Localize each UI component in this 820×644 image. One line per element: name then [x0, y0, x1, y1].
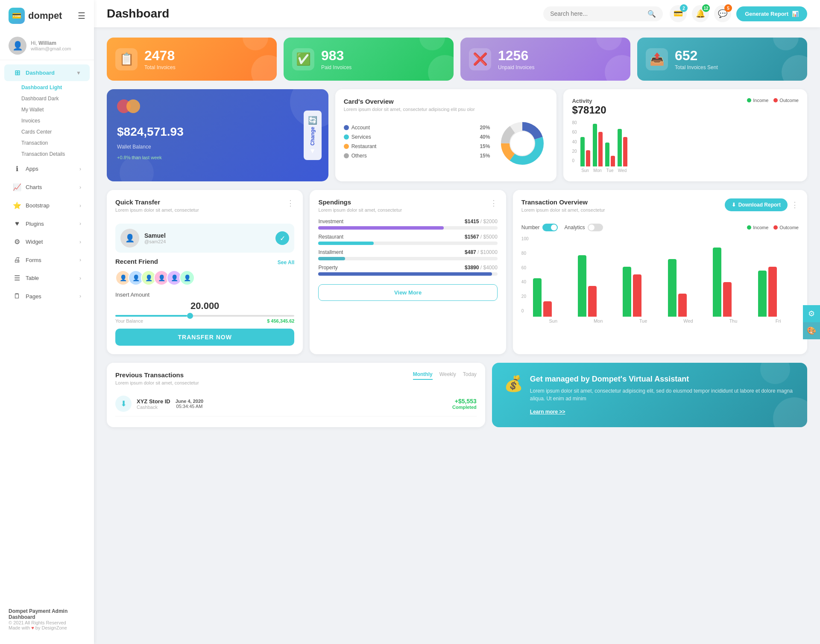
see-all-button[interactable]: See All [278, 259, 295, 265]
unpaid-invoices-num: 1256 [498, 48, 534, 64]
tab-today[interactable]: Today [463, 371, 477, 380]
number-toggle-group: Number [521, 224, 558, 231]
bar-group-wed [618, 129, 627, 166]
svg-point-5 [510, 131, 534, 155]
outcome-label: Outcome [779, 98, 799, 103]
search-input[interactable] [550, 10, 644, 17]
bootstrap-icon: ⭐ [13, 201, 21, 210]
spending-label-restaurant: Restaurant [318, 234, 343, 240]
sidebar-item-label-forms: Forms [26, 257, 41, 263]
legend-pct-account: 20% [480, 125, 490, 131]
quick-transfer-header: Quick Transfer Lorem ipsum dolor sit ame… [115, 198, 294, 219]
sidebar-item-bootstrap[interactable]: ⭐ Bootstrap › [4, 197, 90, 214]
wallet-icon-btn[interactable]: 💳 2 [670, 5, 687, 22]
bottom-row: Quick Transfer Lorem ipsum dolor sit ame… [107, 190, 807, 354]
big-bar-income-fri [758, 271, 767, 317]
transaction-overview-card: Transaction Overview Lorem ipsum dolor s… [513, 190, 807, 354]
big-bar-label-fri: Fri [758, 318, 799, 323]
sent-invoices-label: Total Invoices Sent [675, 64, 718, 70]
sub-transaction-details[interactable]: Transaction Details [17, 149, 94, 160]
recent-friend-label: Recent Friend [115, 258, 158, 265]
number-toggle-label: Number [521, 224, 540, 230]
chart-icon: 📊 [792, 11, 799, 17]
hamburger-icon[interactable]: ☰ [78, 11, 85, 21]
pie-chart [497, 118, 548, 169]
tx-outcome-legend: Outcome [773, 225, 799, 230]
cards-overview-sub: Lorem ipsum dolor sit amet, consectetur … [344, 107, 548, 112]
sub-invoices[interactable]: Invoices [17, 115, 94, 126]
progress-investment [318, 226, 497, 230]
change-btn-label: Change [310, 127, 316, 146]
sub-my-wallet[interactable]: My Wallet [17, 104, 94, 115]
va-learn-more-link[interactable]: Learn more >> [530, 409, 565, 415]
stat-card-sent: 📤 652 Total Invoices Sent [637, 38, 807, 81]
chevron-right-icon-table: › [79, 275, 81, 281]
tx-date-val: June 4, 2020 [176, 399, 203, 404]
footer-made: Made with ♥ by DesignZone [9, 625, 85, 630]
sidebar-item-apps[interactable]: ℹ Apps › [4, 160, 90, 177]
amount-slider[interactable] [115, 315, 294, 317]
messages-icon-btn[interactable]: 💬 5 [714, 5, 731, 22]
big-bar-wed [668, 259, 709, 317]
total-invoices-label: Total Invoices [144, 64, 176, 70]
transfer-now-button[interactable]: TRANSFER NOW [115, 329, 294, 346]
spending-max-restaurant: $5000 [483, 234, 497, 240]
sidebar-logo: 💳 dompet ☰ [0, 0, 94, 32]
wallet-balance-label: Wallet Balance [117, 144, 318, 150]
legend-dot-account [344, 125, 349, 130]
sub-cards-center[interactable]: Cards Center [17, 126, 94, 137]
big-bar-area: Sun Mon Tue Wed Thu Fri [533, 236, 799, 323]
dots-menu-tx[interactable]: ⋮ [791, 200, 799, 210]
tx-chart-container: 100 80 60 40 20 0 [521, 236, 799, 323]
bar-area: Sun Mon Tue Wed [580, 120, 799, 173]
prev-tx-tabs: Monthly Weekly Today [413, 371, 477, 380]
settings-panel: ⚙ 🎨 [803, 305, 820, 339]
analytics-toggle[interactable] [588, 224, 603, 231]
sidebar-item-pages[interactable]: 🗒 Pages › [4, 288, 90, 304]
bar-outcome-tue [611, 156, 615, 166]
sub-dashboard-light[interactable]: Dashboard Light [17, 82, 94, 93]
number-toggle[interactable] [542, 224, 558, 231]
sub-dashboard-dark[interactable]: Dashboard Dark [17, 93, 94, 104]
bar-income-tue [605, 143, 609, 166]
tx-income-label: Income [753, 225, 768, 230]
dots-menu-spendings[interactable]: ⋮ [490, 198, 498, 208]
paid-invoices-num: 983 [321, 48, 351, 64]
activity-header: Activity $78120 Income Outcome [572, 98, 799, 116]
sidebar-item-label-plugins: Plugins [26, 221, 44, 227]
dots-menu-transfer[interactable]: ⋮ [287, 198, 294, 208]
tab-weekly[interactable]: Weekly [439, 371, 456, 380]
color-picker-button[interactable]: 🎨 [803, 322, 820, 339]
pages-icon: 🗒 [13, 292, 21, 300]
notifications-badge: 12 [702, 4, 710, 12]
view-more-button[interactable]: View More [318, 284, 497, 301]
table-icon: ☰ [13, 274, 21, 282]
logo-icon: 💳 [9, 8, 25, 24]
bar-income-mon [593, 124, 597, 166]
chevron-down-icon: ▼ [76, 70, 81, 76]
overview-row-others: Others 15% [344, 153, 490, 159]
va-text: Lorem ipsum dolor sit amet, consectetur … [530, 387, 795, 402]
sidebar-item-table[interactable]: ☰ Table › [4, 270, 90, 286]
sidebar-item-label-pages: Pages [26, 293, 41, 300]
sidebar-item-widget[interactable]: ⚙ Widget › [4, 233, 90, 250]
sidebar-item-plugins[interactable]: ♥ Plugins › [4, 216, 90, 232]
sidebar-item-charts[interactable]: 📈 Charts › [4, 179, 90, 195]
generate-report-button[interactable]: Generate Report 📊 [736, 6, 807, 21]
download-report-button[interactable]: ⬇ Download Report [725, 198, 788, 211]
analytics-toggle-group: Analytics [565, 224, 603, 231]
settings-button[interactable]: ⚙ [803, 305, 820, 322]
spending-amount-investment: $1415 [465, 219, 479, 224]
tab-monthly[interactable]: Monthly [413, 371, 433, 380]
big-bar-income-thu [713, 248, 721, 317]
sidebar-item-forms[interactable]: 🖨 Forms › [4, 252, 90, 268]
paid-invoices-info: 983 Paid Invoices [321, 48, 351, 70]
notifications-icon-btn[interactable]: 🔔 12 [692, 5, 709, 22]
bar-group-tue [605, 143, 615, 166]
bar-label-sun: Sun [580, 168, 590, 173]
sub-transaction[interactable]: Transaction [17, 137, 94, 149]
footer-copy: © 2021 All Rights Reserved [9, 620, 85, 625]
sidebar-footer: Dompet Payment Admin Dashboard © 2021 Al… [0, 601, 94, 637]
mid-row: $824,571.93 Wallet Balance +0.8% than la… [107, 89, 807, 181]
sidebar-item-dashboard[interactable]: ⊞ Dashboard ▼ [4, 64, 90, 81]
